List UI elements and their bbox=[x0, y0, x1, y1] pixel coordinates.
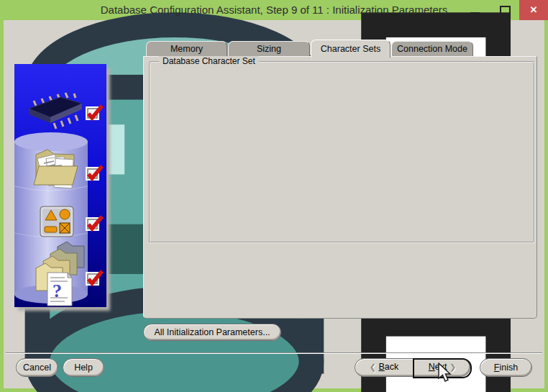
svg-text:?: ? bbox=[52, 281, 62, 301]
titlebar[interactable]: Database Configuration Assistant, Step 9… bbox=[0, 0, 548, 20]
shapes-panel-icon bbox=[40, 206, 73, 237]
next-button[interactable]: Next ❯ bbox=[414, 359, 471, 376]
folder-documents-icon bbox=[34, 150, 78, 188]
next-label: Next bbox=[429, 362, 447, 372]
all-initialization-parameters-button[interactable]: All Initialization Parameters... bbox=[143, 324, 281, 341]
back-next-group: ❮ Back Next ❯ bbox=[355, 358, 470, 377]
cancel-button[interactable]: Cancel bbox=[16, 358, 58, 377]
close-button[interactable]: ✕ bbox=[519, 0, 548, 20]
maximize-button[interactable] bbox=[493, 0, 516, 20]
dbca-window: Database Configuration Assistant, Step 9… bbox=[0, 0, 548, 392]
tab-sizing[interactable]: Sizing bbox=[228, 41, 310, 57]
group-legend: Database Character Set bbox=[159, 56, 259, 66]
finish-button[interactable]: Finish bbox=[480, 358, 532, 377]
tab-character-sets[interactable]: Character Sets bbox=[311, 40, 391, 58]
back-button[interactable]: ❮ Back bbox=[355, 359, 414, 376]
database-character-set-group: Database Character Set bbox=[149, 61, 535, 243]
back-chevron-icon: ❮ bbox=[370, 363, 376, 371]
footer-separator bbox=[6, 352, 542, 354]
wizard-sidebar-graphic: ? bbox=[14, 64, 106, 307]
tab-memory[interactable]: Memory bbox=[146, 41, 227, 57]
back-label: Back bbox=[378, 362, 398, 372]
help-button[interactable]: Help bbox=[63, 358, 104, 377]
minimize-button[interactable] bbox=[464, 0, 487, 20]
next-chevron-icon: ❯ bbox=[449, 363, 456, 371]
tab-connection-mode[interactable]: Connection Mode bbox=[391, 41, 473, 57]
